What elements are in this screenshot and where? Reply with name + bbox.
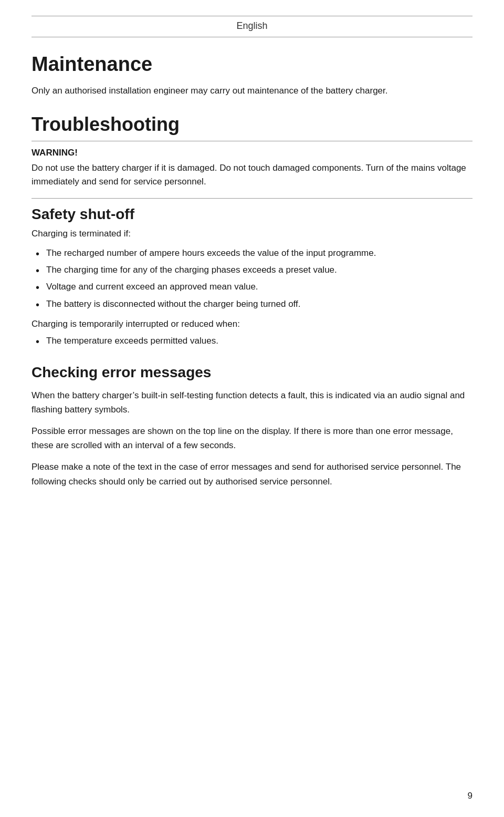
divider-1 bbox=[32, 141, 472, 141]
maintenance-text: Only an authorised installation engineer… bbox=[32, 84, 472, 98]
section-maintenance: Maintenance Only an authorised installat… bbox=[32, 53, 472, 98]
language-label: English bbox=[236, 20, 267, 31]
maintenance-heading: Maintenance bbox=[32, 53, 472, 76]
safety-shutoff-heading: Safety shut-off bbox=[32, 206, 472, 223]
checking-errors-heading: Checking error messages bbox=[32, 364, 472, 381]
page-container: English Maintenance Only an authorised i… bbox=[0, 0, 504, 817]
section-safety: Safety shut-off Charging is terminated i… bbox=[32, 206, 472, 348]
charging-interrupt-intro: Charging is temporarily interrupted or r… bbox=[32, 317, 472, 331]
page-number: 9 bbox=[468, 791, 472, 801]
list-item: The temperature exceeds permitted values… bbox=[32, 334, 472, 348]
warning-text: Do not use the battery charger if it is … bbox=[32, 161, 472, 189]
list-item: The charging time for any of the chargin… bbox=[32, 263, 472, 277]
list-item: The battery is disconnected without the … bbox=[32, 297, 472, 311]
list-item: The recharged number of ampere hours exc… bbox=[32, 246, 472, 260]
page-header: English bbox=[32, 16, 472, 37]
warning-block: WARNING! Do not use the battery charger … bbox=[32, 148, 472, 189]
checking-text-3: Please make a note of the text in the ca… bbox=[32, 460, 472, 488]
section-troubleshooting: Troubleshooting WARNING! Do not use the … bbox=[32, 113, 472, 199]
list-item: Voltage and current exceed an approved m… bbox=[32, 280, 472, 294]
checking-text-1: When the battery charger’s built-in self… bbox=[32, 388, 472, 417]
troubleshooting-heading: Troubleshooting bbox=[32, 113, 472, 136]
checking-text-2: Possible error messages are shown on the… bbox=[32, 424, 472, 452]
safety-bullets: The recharged number of ampere hours exc… bbox=[32, 246, 472, 311]
interrupt-bullets: The temperature exceeds permitted values… bbox=[32, 334, 472, 348]
section-checking: Checking error messages When the battery… bbox=[32, 364, 472, 489]
divider-2 bbox=[32, 198, 472, 199]
warning-label: WARNING! bbox=[32, 148, 472, 158]
safety-intro: Charging is terminated if: bbox=[32, 227, 472, 241]
